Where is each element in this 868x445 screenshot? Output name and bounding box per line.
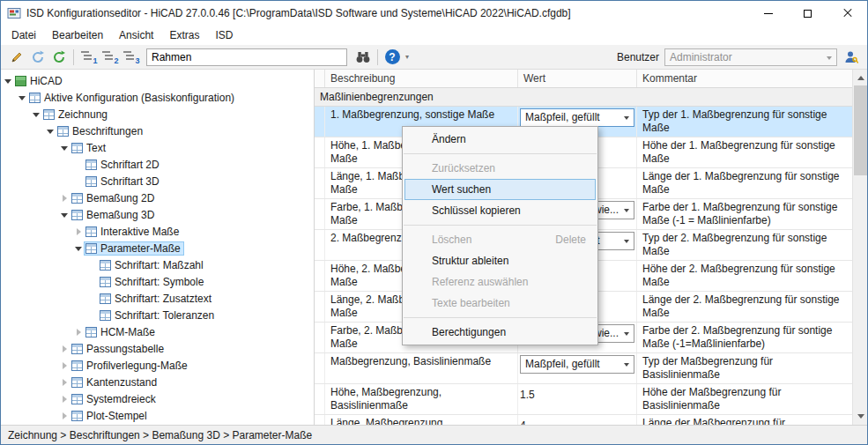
tree-item-hicad[interactable]: HiCAD bbox=[1, 72, 314, 89]
tree-item-label: Kantenzustand bbox=[86, 376, 157, 389]
row-gutter bbox=[315, 199, 325, 229]
vertical-scrollbar[interactable] bbox=[852, 70, 867, 425]
tree-collapse-arrow-icon[interactable] bbox=[45, 126, 56, 137]
tree-collapse-arrow-icon[interactable] bbox=[59, 210, 70, 220]
header-wert[interactable]: Wert bbox=[518, 70, 637, 87]
tree-item-schriftart-toleranzen[interactable]: Schriftart: Toleranzen bbox=[1, 307, 314, 323]
close-button[interactable] bbox=[827, 1, 867, 26]
toolbar-separator bbox=[377, 49, 378, 65]
tree-item-hcm-masse[interactable]: HCM-Maße bbox=[1, 323, 314, 340]
tree-expand-arrow-icon[interactable] bbox=[73, 327, 84, 337]
tree-item-aktive-konfiguration-basiskonfiguration[interactable]: Aktive Konfiguration (Basiskonfiguration… bbox=[1, 89, 314, 106]
tree-expand-arrow-icon[interactable] bbox=[59, 377, 70, 388]
expand-level-1-button[interactable]: 1 bbox=[78, 47, 99, 68]
wert-value[interactable]: 4 bbox=[520, 417, 634, 425]
tree-item-schriftart-2d[interactable]: Schriftart 2D bbox=[1, 156, 314, 173]
expand-level-2-button[interactable]: 2 bbox=[99, 47, 120, 68]
search-input[interactable] bbox=[146, 48, 347, 66]
revert-button[interactable] bbox=[27, 47, 48, 68]
tree-item-beschriftungen[interactable]: Beschriftungen bbox=[1, 122, 314, 139]
tree-item-content: Aktive Konfiguration (Basiskonfiguration… bbox=[27, 91, 238, 105]
tree-item-kantenzustand[interactable]: Kantenzustand bbox=[1, 374, 314, 390]
menu-datei[interactable]: Datei bbox=[4, 26, 44, 44]
menu-isd[interactable]: ISD bbox=[207, 26, 241, 44]
tree-item-label: Interaktive Maße bbox=[100, 226, 179, 238]
tree-item-systemdreieck[interactable]: Systemdreieck bbox=[1, 390, 314, 407]
config-node-icon bbox=[71, 344, 83, 354]
context-menu-item-schlussel-kopieren[interactable]: Schlüssel kopieren bbox=[403, 200, 597, 221]
table-row[interactable]: Maßbegrenzung, BasislinienmaßeMaßpfeil, … bbox=[315, 353, 852, 384]
toolbar-overflow-chevron-icon[interactable]: ▾ bbox=[403, 53, 412, 61]
menu-extras[interactable]: Extras bbox=[161, 26, 207, 44]
tree-item-label: Profilverlegung-Maße bbox=[86, 360, 188, 372]
tree-item-zeichnung[interactable]: Zeichnung bbox=[1, 106, 314, 122]
close-icon bbox=[842, 8, 853, 19]
tree-expand-arrow-icon[interactable] bbox=[73, 226, 84, 237]
context-menu-item-struktur-ableiten[interactable]: Struktur ableiten bbox=[403, 250, 597, 271]
maximize-button[interactable] bbox=[788, 1, 827, 26]
tree-collapse-arrow-icon[interactable] bbox=[17, 93, 27, 103]
refresh-button[interactable] bbox=[48, 47, 70, 68]
help-icon: ? bbox=[385, 49, 400, 64]
tree-indent-spacer bbox=[87, 310, 98, 321]
tree-item-schriftart-zusatztext[interactable]: Schriftart: Zusatztext bbox=[1, 290, 314, 307]
table-row[interactable]: Länge, Maßbegrenzung, Basislinienmaße4Lä… bbox=[315, 415, 852, 425]
window-title: ISD Konfigurationseditor - HiCAD 27.0.0.… bbox=[26, 7, 571, 19]
wert-combobox[interactable]: Maßpfeil, gefüllt bbox=[520, 108, 634, 127]
wert-combobox[interactable]: Maßpfeil, gefüllt bbox=[520, 355, 634, 374]
context-menu-item-wert-suchen[interactable]: Wert suchen bbox=[404, 179, 596, 200]
user-admin-button[interactable] bbox=[841, 47, 862, 68]
tree-item-label: Schriftart 2D bbox=[100, 159, 160, 171]
search-button[interactable] bbox=[352, 47, 374, 68]
tree-item-bemassung-2d[interactable]: Bemaßung 2D bbox=[1, 189, 314, 206]
scroll-up-arrow-icon[interactable] bbox=[853, 70, 867, 85]
tree-item-plot-stempel[interactable]: Plot-Stempel bbox=[1, 407, 314, 424]
header-kommentar[interactable]: Kommentar bbox=[637, 70, 852, 87]
cell-kommentar: Höhe der 1. Maßbegrenzung für sonstige M… bbox=[637, 137, 852, 167]
expand-level-3-button[interactable]: 3 bbox=[120, 47, 141, 68]
context-menu-item-berechtigungen[interactable]: Berechtigungen bbox=[403, 322, 597, 343]
tree-item-schriftart-3d[interactable]: Schriftart 3D bbox=[1, 173, 314, 189]
cell-kommentar: Höhe der 2. Maßbegrenzung für sonstige M… bbox=[637, 261, 852, 291]
menu-bearbeiten[interactable]: Bearbeiten bbox=[44, 26, 111, 44]
context-menu-item-andern[interactable]: Ändern bbox=[403, 129, 597, 150]
config-node-icon bbox=[71, 377, 83, 388]
menu-ansicht[interactable]: Ansicht bbox=[111, 26, 161, 44]
tree-expand-arrow-icon[interactable] bbox=[59, 411, 70, 421]
scrollbar-thumb[interactable] bbox=[854, 85, 867, 175]
tree-collapse-arrow-icon[interactable] bbox=[31, 109, 41, 120]
scroll-down-arrow-icon[interactable] bbox=[853, 410, 867, 425]
tree-item-content: Zeichnung bbox=[41, 108, 111, 122]
header-beschreibung[interactable]: Beschreibung bbox=[325, 70, 518, 87]
tree-item-content: Schriftart: Toleranzen bbox=[98, 308, 218, 323]
help-button[interactable]: ? bbox=[382, 47, 403, 68]
tree-collapse-arrow-icon[interactable] bbox=[73, 243, 84, 254]
tree-item-bemassung-3d[interactable]: Bemaßung 3D bbox=[1, 206, 314, 223]
table-row[interactable]: Höhe, Maßbegrenzung, Basislinienmaße1.5H… bbox=[315, 384, 852, 415]
tree-expand-arrow-icon[interactable] bbox=[59, 344, 70, 354]
edit-button[interactable] bbox=[6, 47, 27, 68]
toolbar: 1 2 3 ? ▾ Benutzer Administrator bbox=[1, 45, 867, 70]
tree-item-content: Schriftart 3D bbox=[84, 174, 163, 189]
minimize-button[interactable] bbox=[748, 1, 788, 26]
chevron-down-icon bbox=[624, 116, 629, 122]
tree-item-schriftart-symbole[interactable]: Schriftart: Symbole bbox=[1, 273, 314, 290]
menu-item-label: Struktur ableiten bbox=[432, 255, 508, 267]
cell-beschreibung: Höhe, Maßbegrenzung, Basislinienmaße bbox=[325, 384, 518, 414]
config-node-icon bbox=[71, 360, 83, 371]
tree-item-interaktive-masse[interactable]: Interaktive Maße bbox=[1, 223, 314, 240]
tree-collapse-arrow-icon[interactable] bbox=[3, 76, 13, 86]
tree-item-content: Beschriftungen bbox=[56, 124, 146, 138]
tree-indent-spacer bbox=[87, 293, 98, 304]
tree-item-passungstabelle[interactable]: Passungstabelle bbox=[1, 340, 314, 357]
tree-item-text[interactable]: Text bbox=[1, 139, 314, 156]
tree-expand-arrow-icon[interactable] bbox=[59, 193, 70, 204]
tree-item-schriftart-masszahl[interactable]: Schriftart: Maßzahl bbox=[1, 256, 314, 273]
tree-item-profilverlegung-masse[interactable]: Profilverlegung-Maße bbox=[1, 357, 314, 374]
tree-item-content: Bemaßung 2D bbox=[70, 191, 158, 205]
tree-collapse-arrow-icon[interactable] bbox=[59, 143, 70, 153]
wert-value[interactable]: 1.5 bbox=[520, 386, 634, 402]
tree-expand-arrow-icon[interactable] bbox=[59, 394, 70, 404]
tree-item-parameter-masse[interactable]: Parameter-Maße bbox=[1, 240, 314, 256]
tree-expand-arrow-icon[interactable] bbox=[59, 360, 70, 371]
